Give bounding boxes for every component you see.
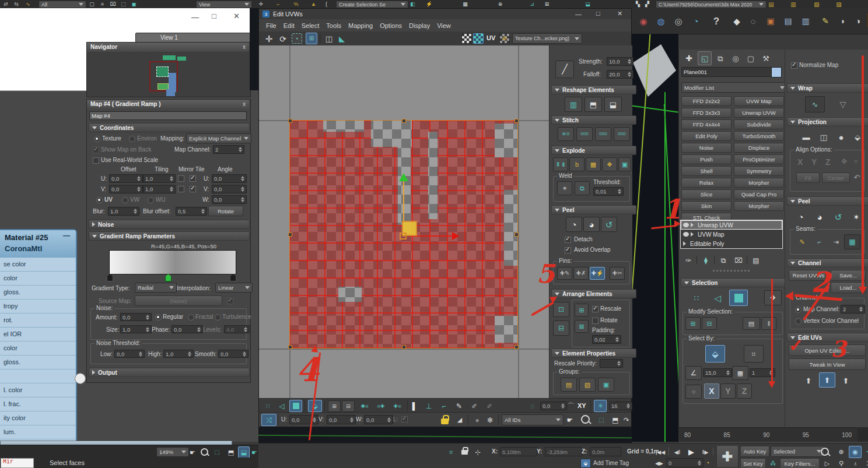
make-unique-icon[interactable]: ⧉ [718,255,729,266]
uvw-menu-item[interactable]: View [433,21,454,30]
strength-field[interactable]: 10,0 [607,57,634,66]
mini-listener[interactable]: Mir [1,458,34,468]
l-coord-checkbox[interactable] [401,416,408,423]
planar-projection-icon[interactable]: ▬ [798,130,814,144]
texture-options-icon[interactable]: ⚙ [499,33,510,44]
map-channel-spinner[interactable]: 2 [841,305,865,314]
folder-ref-icon[interactable]: ▨ [834,0,844,9]
spherical-projection-icon[interactable]: ● [833,130,849,144]
rescale-priority-field[interactable] [600,359,623,368]
selection-filter-dropdown[interactable]: All [38,1,86,8]
save-uvs-preview-icon[interactable]: ⬆ [819,372,835,388]
paint-brush2-icon[interactable]: ✐ [483,400,496,412]
folder-settings-icon[interactable]: ▤ [766,0,776,9]
all-ids-dropdown[interactable]: All IDs [502,414,564,425]
fractal-radio[interactable] [188,314,194,321]
z-coord-field[interactable]: 0,0m [590,447,621,456]
v-mirror-checkbox[interactable] [178,186,184,192]
group-select-icon[interactable]: ▣ [598,378,614,392]
uvw-menu-item[interactable]: Display [405,21,433,30]
selection-handle[interactable] [402,345,406,349]
face-mode-icon[interactable] [289,400,302,412]
slate-zoom-dropdown[interactable]: 149% [156,447,189,457]
selection-brackets-icon[interactable]: ⌗ [445,447,457,458]
pack-tight-icon[interactable]: ⊞ [575,304,589,316]
material-slot[interactable]: tropy [0,300,76,314]
v-offset-field[interactable]: 0,0 [109,185,143,193]
output-rollout-header[interactable]: Output [89,368,250,377]
current-frame-field[interactable]: 0 [666,458,704,467]
slate-zoom-extents-icon[interactable]: ⬒ [225,446,237,458]
help-icon[interactable]: ? [710,14,723,28]
shrink-sel-icon[interactable]: ⊟ [702,317,717,330]
w-angle-field[interactable]: 0,0 [212,195,247,204]
display-tab-icon[interactable]: ▢ [744,52,757,65]
loop-extend-icon[interactable]: ✱≡ [357,400,372,412]
y-coord-field[interactable]: -3,259m [545,447,582,456]
u-offset-field[interactable]: 0,0 [109,174,143,183]
peel2-rollout-header[interactable]: Peel [787,196,868,206]
rotate-tool-icon[interactable]: ⟳ [276,33,289,45]
map-channel-field[interactable]: 2 [213,145,244,154]
select-by-element-cube-icon[interactable]: ⬙ [705,345,725,363]
map-panel-close[interactable]: x [243,101,246,108]
flatten-icon[interactable]: ▣ [618,157,631,171]
threshold-field[interactable]: 0,01 [593,187,624,196]
material-slot[interactable]: se color [0,258,76,272]
show-map-on-back-checkbox[interactable] [93,147,99,153]
environ-radio[interactable] [129,136,135,142]
spinner-snap-icon[interactable]: ⬓ [583,0,592,9]
uvw-menu-item[interactable]: Options [376,21,405,30]
gradient-flag-start[interactable] [107,274,113,281]
peel-rollout-header[interactable]: Peel [551,205,636,214]
peel-mode-icon[interactable]: ◕ [583,217,600,232]
pin-tool-icon[interactable]: ✚✎ [557,267,572,280]
uvw-close[interactable]: ✕ [617,10,622,17]
angle-threshold-field[interactable]: 15,0 [703,368,732,377]
high-field[interactable]: 1,0 [163,350,194,358]
smooth-field[interactable]: 0,0 [218,350,249,358]
quick-peel-icon[interactable]: ◔ [566,217,582,232]
padding-field[interactable]: 0,02 [592,335,621,344]
curve-editor-icon[interactable]: { [322,0,331,9]
set-keys-button[interactable]: ✚ [716,445,738,468]
vertex-mode-icon[interactable]: ∷ [261,400,274,412]
reset-peel-icon[interactable]: ↺ [601,217,617,232]
axis-y-button[interactable]: Y [720,383,736,399]
uvw-menu-item[interactable]: File [262,21,280,30]
view-dropdown[interactable]: View [196,1,252,8]
pack-recursive-icon[interactable]: ⊠ [575,320,589,333]
panel-splitter[interactable] [713,270,750,272]
material-node-minimize[interactable]: — [63,231,70,240]
freeform-mode-icon[interactable]: ⊞ [306,33,317,44]
align-v-icon[interactable]: ⌐ [438,400,450,412]
stitch-source-icon[interactable]: 000 [576,127,593,141]
freeze-icon[interactable]: ✻ [484,414,496,426]
auto-key-button[interactable]: Auto Key [740,446,769,457]
slate-pan-hand-icon[interactable]: ☛ [187,446,198,458]
select-by-edge-icon[interactable]: ⌗ [744,345,764,363]
slate-zoom-region-icon[interactable]: ⬚ [211,446,223,458]
align-icon[interactable]: ⌐ [274,0,283,9]
edit-seams-icon[interactable]: ▦ [844,234,860,249]
u-mirror-checkbox[interactable] [178,175,184,182]
zoom-extents-icon[interactable]: ⬒ [609,414,622,426]
crossing-icon[interactable]: ⬚ [119,0,128,9]
modifier-button[interactable]: Displace [734,143,784,153]
projection-rollout-header[interactable]: Projection [787,117,868,126]
checker-a-icon[interactable]: ▚ [634,0,642,9]
key-filters-button[interactable]: Key Filters... [780,458,820,468]
edge-sub-icon[interactable]: ◁ [708,290,727,306]
night-mode-icon[interactable]: ◑ [851,14,865,28]
expand-arrow-icon[interactable] [683,241,688,246]
modifier-button[interactable]: Subdivide [734,119,784,129]
visibility-eye-icon[interactable] [683,223,689,227]
selection-handle[interactable] [514,233,519,237]
vertex-color-radio[interactable] [795,318,802,325]
material-override-icon[interactable]: ◍ [654,14,668,28]
point-to-point-seam-icon[interactable]: ⌐ [811,235,828,248]
uv-space-label[interactable]: UV [487,34,495,42]
prev-frame-icon[interactable]: ◀‖ [671,447,684,458]
window-minimize[interactable]: — [191,13,199,22]
navigator-selected-node[interactable] [156,66,169,77]
